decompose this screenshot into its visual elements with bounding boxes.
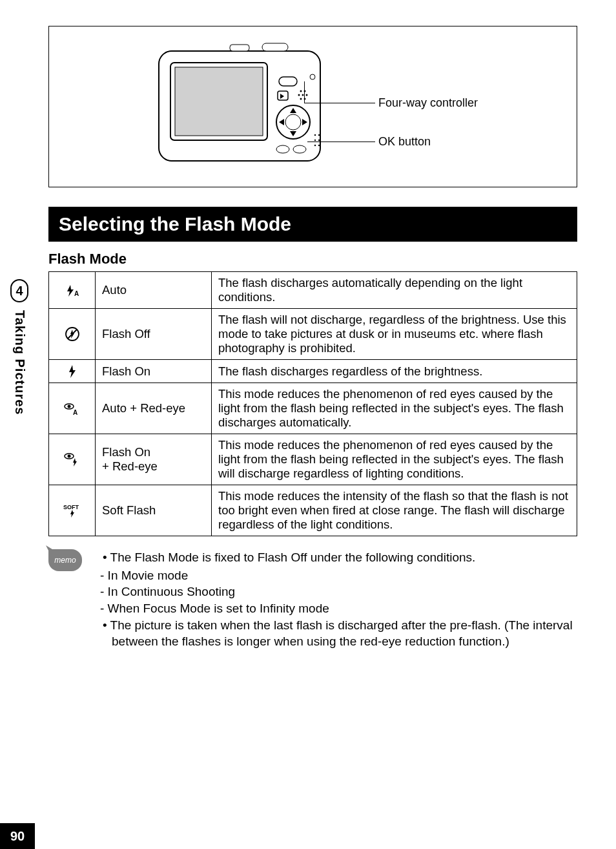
camera-illustration	[152, 38, 333, 174]
memo-icon: memo	[48, 549, 82, 571]
side-tab: 4 Taking Pictures	[6, 279, 32, 415]
memo-dash: - In Movie mode	[91, 567, 577, 584]
subtitle: Flash Mode	[48, 251, 577, 267]
flash-on-icon	[49, 360, 96, 383]
svg-text:SOFT: SOFT	[63, 504, 79, 510]
mode-name: Flash On + Red-eye	[96, 434, 212, 485]
svg-point-22	[318, 140, 320, 141]
chapter-number: 4	[10, 279, 28, 302]
memo-block: memo The Flash Mode is fixed to Flash Of…	[48, 549, 577, 651]
memo-dash: - In Continuous Shooting	[91, 583, 577, 600]
svg-rect-5	[262, 43, 288, 51]
mode-desc: This mode reduces the phenomenon of red …	[212, 383, 577, 434]
callout-fourway: Four-way controller	[378, 96, 478, 110]
table-row: Flash On The flash discharges regardless…	[49, 360, 577, 383]
callout-line-1v	[304, 81, 305, 103]
callout-line-2	[307, 142, 375, 142]
svg-point-23	[314, 145, 316, 146]
table-row: A Auto The flash discharges automaticall…	[49, 272, 577, 309]
svg-point-25	[310, 74, 315, 79]
table-row: A Auto + Red-eye This mode reduces the p…	[49, 383, 577, 434]
memo-bullet: The Flash Mode is fixed to Flash Off und…	[103, 549, 577, 566]
callout-line-1	[304, 103, 375, 103]
flash-off-icon	[49, 309, 96, 360]
mode-name: Flash Off	[96, 309, 212, 360]
camera-diagram: Four-way controller OK button	[48, 26, 577, 187]
svg-rect-3	[175, 67, 263, 136]
mode-name: Auto + Red-eye	[96, 383, 212, 434]
flash-mode-table: A Auto The flash discharges automaticall…	[48, 271, 577, 536]
svg-rect-4	[230, 45, 249, 51]
mode-desc: This mode reduces the intensity of the f…	[212, 485, 577, 536]
svg-text:A: A	[74, 290, 79, 297]
svg-point-7	[285, 114, 301, 130]
section-title: Selecting the Flash Mode	[48, 207, 577, 242]
svg-point-20	[318, 134, 320, 136]
svg-point-14	[306, 94, 308, 96]
flashon-redeye-icon	[49, 434, 96, 485]
flash-auto-icon: A	[49, 272, 96, 309]
soft-flash-icon: SOFT	[49, 485, 96, 536]
svg-rect-8	[279, 77, 297, 86]
svg-point-15	[300, 98, 302, 100]
mode-name: Soft Flash	[96, 485, 212, 536]
svg-point-33	[67, 455, 70, 458]
svg-point-18	[293, 145, 306, 153]
svg-point-24	[318, 145, 320, 146]
svg-point-10	[300, 90, 302, 92]
memo-dash: - When Focus Mode is set to Infinity mod…	[91, 600, 577, 617]
mode-desc: The flash discharges regardless of the b…	[212, 360, 577, 383]
page-content: Four-way controller OK button Selecting …	[0, 0, 616, 651]
page-number: 90	[0, 823, 35, 849]
svg-point-21	[314, 140, 316, 141]
mode-name: Auto	[96, 272, 212, 309]
svg-point-12	[298, 94, 300, 96]
table-row: Flash On + Red-eye This mode reduces the…	[49, 434, 577, 485]
svg-point-30	[67, 404, 70, 408]
mode-desc: The flash will not discharge, regardless…	[212, 309, 577, 360]
auto-redeye-icon: A	[49, 383, 96, 434]
svg-text:A: A	[73, 409, 77, 416]
chapter-label: Taking Pictures	[12, 310, 27, 415]
svg-point-17	[276, 145, 289, 153]
mode-desc: The flash discharges automatically depen…	[212, 272, 577, 309]
svg-point-19	[314, 134, 316, 136]
table-row: Flash Off The flash will not discharge, …	[49, 309, 577, 360]
memo-text: The Flash Mode is fixed to Flash Off und…	[91, 549, 577, 651]
mode-desc: This mode reduces the phenomenon of red …	[212, 434, 577, 485]
callout-ok: OK button	[378, 135, 431, 149]
table-row: SOFT Soft Flash This mode reduces the in…	[49, 485, 577, 536]
memo-bullet: The picture is taken when the last flash…	[103, 617, 577, 650]
mode-name: Flash On	[96, 360, 212, 383]
